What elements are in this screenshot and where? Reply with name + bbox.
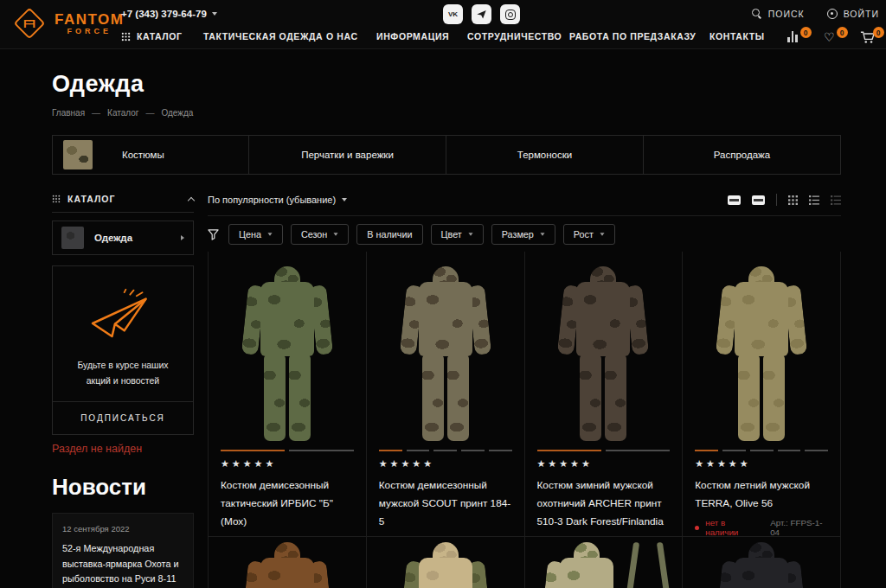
news-title: Новости [52, 474, 194, 501]
favorites-button[interactable]: ♡ 0 [824, 31, 841, 45]
category-tiles: Костюмы Перчатки и варежки Термоноски Ра… [52, 135, 841, 175]
subscribe-text: Будьте в курсе наших акций и новостей [65, 358, 181, 389]
filter-funnel-icon[interactable] [208, 229, 219, 240]
view-grid-button[interactable] [788, 195, 798, 205]
sidebar-catalog-header[interactable]: КАТАЛОГ [52, 194, 194, 213]
subscribe-button[interactable]: ПОДПИСАТЬСЯ [53, 402, 193, 434]
filter-season-button[interactable]: Сезон [291, 224, 349, 245]
filter-color-button[interactable]: Цвет [431, 224, 484, 245]
page-title: Одежда [52, 71, 841, 98]
subscribe-box: Будьте в курсе наших акций и новостей ПО… [52, 265, 194, 435]
sidebar: КАТАЛОГ Одежда Будьте в курсе наших акци… [52, 194, 194, 588]
product-title: Костюм летний мужской TERRA, Olive 56 [695, 476, 828, 513]
view-cards-large-button[interactable] [728, 195, 741, 205]
nav-tactical-clothes[interactable]: ТАКТИЧЕСКАЯ ОДЕЖДА [203, 31, 323, 42]
heart-icon: ♡ [824, 30, 835, 44]
view-list-button[interactable] [809, 195, 819, 205]
product-title: Костюм зимний мужской охотничий ARCHER п… [537, 476, 671, 537]
search-icon [752, 9, 762, 19]
filter-instock-button[interactable]: В наличии [356, 224, 422, 245]
grid-dots-icon [52, 195, 61, 203]
nav-contacts[interactable]: КОНТАКТЫ [709, 31, 765, 42]
compare-button[interactable]: 0 [787, 31, 805, 45]
category-tile-sale[interactable]: Распродажа [643, 135, 841, 175]
view-cards-small-button[interactable] [752, 195, 765, 205]
phone-link[interactable]: +7 (343) 379-64-79 [121, 9, 217, 19]
image-slider-indicator [537, 450, 671, 451]
search-button[interactable]: ПОИСК [752, 9, 805, 19]
image-slider-indicator [379, 450, 512, 451]
chevron-down-icon [468, 233, 472, 235]
product-image [537, 260, 671, 444]
product-card[interactable]: ★★★★★ Костюм демисезонный тактический ИР… [209, 252, 367, 537]
sidebar-item-thumbnail [61, 227, 84, 249]
product-card[interactable]: ★★★★★ Костюм демисезонный мужской SCOUT … [367, 252, 525, 537]
breadcrumb-catalog[interactable]: Каталог [107, 108, 138, 118]
catalog-main: По популярности (убывание) Цена Сезон В … [208, 194, 841, 588]
breadcrumb: Главная — Каталог — Одежда [52, 108, 841, 118]
product-image [379, 542, 512, 588]
breadcrumb-current: Одежда [161, 108, 193, 118]
category-tile-socks[interactable]: Термоноски [446, 135, 644, 175]
nav-cooperation[interactable]: СОТРУДНИЧЕСТВО [467, 31, 562, 42]
chevron-down-icon [540, 233, 544, 235]
chevron-down-icon [342, 198, 347, 201]
chevron-down-icon [267, 233, 272, 235]
product-grid: ★★★★★ Костюм демисезонный тактический ИР… [208, 252, 841, 588]
breadcrumb-home[interactable]: Главная [52, 108, 85, 118]
sidebar-item-clothes[interactable]: Одежда [52, 220, 194, 255]
product-card[interactable] [209, 537, 367, 588]
nav-info[interactable]: ИНФОРМАЦИЯ [376, 31, 449, 42]
divider [208, 215, 841, 216]
filter-price-button[interactable]: Цена [228, 224, 283, 245]
category-tile-suits[interactable]: Костюмы [52, 135, 249, 175]
product-image [221, 260, 354, 444]
rating-stars: ★★★★★ [537, 458, 671, 470]
vk-icon[interactable]: VK [443, 4, 463, 24]
news-date: 12 сентября 2022 [62, 524, 183, 534]
main-nav: КАТАЛОГ ТАКТИЧЕСКАЯ ОДЕЖДА О НАС ИНФОРМА… [0, 31, 886, 48]
stock-status-dot [695, 526, 699, 530]
product-title: Костюм демисезонный мужской SCOUT принт … [379, 476, 512, 532]
nav-about[interactable]: О НАС [326, 31, 358, 42]
category-thumbnail [63, 140, 93, 169]
product-card[interactable] [525, 537, 684, 588]
product-card[interactable]: ★★★★★ Костюм летний мужской TERRA, Olive… [683, 252, 841, 537]
chevron-down-icon [212, 12, 217, 16]
cart-button[interactable]: 0 [860, 31, 877, 45]
social-links: VK [443, 4, 520, 24]
product-card[interactable]: ★★★★★ Костюм зимний мужской охотничий AR… [525, 252, 684, 537]
filter-bar: Цена Сезон В наличии Цвет Размер Рост [208, 224, 841, 245]
news-item[interactable]: 12 сентября 2022 52-я Международная выст… [52, 513, 194, 588]
filter-height-button[interactable]: Рост [563, 224, 615, 245]
telegram-icon[interactable] [472, 4, 491, 24]
login-button[interactable]: ВОЙТИ [827, 9, 879, 19]
divider [776, 194, 777, 206]
news-item-title: 52-я Международная выставка-ярмарка Охот… [62, 541, 183, 588]
nav-catalog[interactable]: КАТАЛОГ [121, 31, 183, 42]
chevron-down-icon [334, 233, 338, 235]
paper-plane-icon [86, 289, 160, 341]
view-table-button[interactable] [831, 195, 841, 205]
user-icon [827, 9, 838, 19]
compare-count-badge: 0 [800, 27, 812, 38]
rating-stars: ★★★★★ [379, 458, 512, 470]
favorites-count-badge: 0 [837, 27, 848, 38]
article-number: Арт.: FFPS-1-04 [770, 518, 828, 537]
chevron-up-icon [188, 196, 195, 203]
chevron-right-icon [181, 235, 184, 240]
product-card[interactable] [683, 537, 841, 588]
filter-size-button[interactable]: Размер [491, 224, 555, 245]
image-slider-indicator [221, 450, 354, 451]
site-header: FF FANTOM FORCE +7 (343) 379-64-79 VK ПО… [0, 0, 886, 49]
product-image [695, 260, 828, 444]
product-title: Костюм демисезонный тактический ИРБИС "Б… [221, 476, 354, 532]
category-tile-gloves[interactable]: Перчатки и варежки [248, 135, 446, 175]
nav-preorder[interactable]: РАБОТА ПО ПРЕДЗАКАЗУ [569, 31, 696, 42]
suspenders-image [626, 542, 670, 588]
product-image [221, 542, 354, 588]
rating-stars: ★★★★★ [695, 458, 828, 470]
instagram-icon[interactable] [500, 4, 520, 24]
sort-select[interactable]: По популярности (убывание) [208, 195, 347, 205]
product-card[interactable] [367, 537, 525, 588]
